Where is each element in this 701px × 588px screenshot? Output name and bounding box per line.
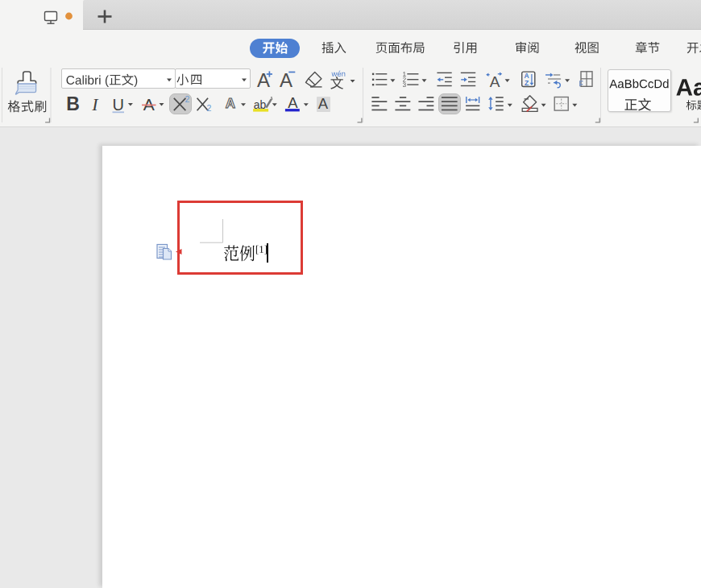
svg-text:A: A: [226, 96, 235, 111]
svg-text:2: 2: [206, 103, 211, 113]
svg-text:B: B: [66, 93, 80, 114]
svg-text:A: A: [490, 73, 500, 90]
svg-text:Z: Z: [525, 79, 529, 87]
svg-text:A: A: [257, 69, 270, 91]
svg-text:I: I: [91, 94, 99, 114]
svg-text:A: A: [318, 95, 329, 112]
svg-text:A: A: [143, 95, 155, 114]
svg-text:2: 2: [185, 94, 189, 104]
svg-text:A: A: [288, 94, 298, 111]
svg-text:U: U: [113, 96, 124, 114]
